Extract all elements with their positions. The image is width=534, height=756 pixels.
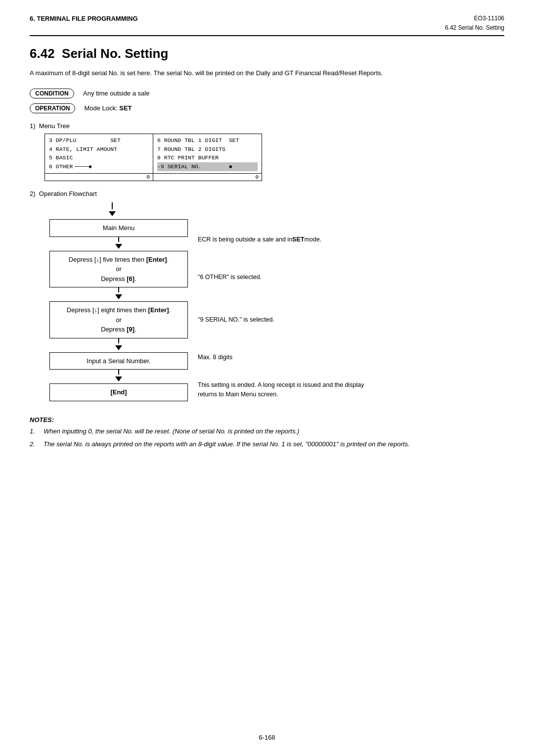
note-max-digits: Max. 8 digits (198, 346, 381, 369)
list-item: 6 ROUND TBL 1 DIGIT SET (157, 136, 258, 145)
spacer-arr1 (198, 251, 381, 261)
header-section: 6. TERMINAL FILE PROGRAMMING (30, 15, 138, 22)
flowchart-label: 2) Operation Flowchart (30, 190, 504, 197)
doc-number: EO3-11106 (474, 15, 504, 22)
notes-section: NOTES: When inputting 0, the serial No. … (30, 416, 504, 449)
menu-tree-table: 3 DP/PLU SET 4 RATE, LIMIT AMOUNT 5 BASI… (44, 134, 504, 181)
down-five-box: Depress [↓] five times then [Enter]. or … (49, 251, 188, 288)
flowchart-left: Main Menu Depress [↓] five times then [E… (40, 202, 198, 401)
list-item: When inputting 0, the serial No. will be… (30, 426, 504, 436)
note-6-other: "6 OTHER" is selected. (198, 261, 381, 293)
spacer-arr3 (198, 336, 381, 346)
note-9-serial: "9 SERIAL NO." is selected. (198, 303, 381, 336)
operation-row: OPERATION Mode Lock: SET (30, 103, 504, 113)
notes-title: NOTES: (30, 416, 504, 424)
spacer-arr4 (198, 369, 381, 378)
list-item: The serial No. is always printed on the … (30, 439, 504, 449)
page-footer: 6-168 (0, 734, 534, 741)
note-end: This setting is ended. A long receipt is… (198, 378, 381, 401)
flow-arrow-3 (115, 345, 122, 350)
sub-section-label: 6.42 Serial No. Setting (445, 24, 504, 31)
operation-text: Mode Lock: SET (84, 104, 132, 112)
operation-bold: SET (119, 104, 132, 112)
menu-tree-left: 3 DP/PLU SET 4 RATE, LIMIT AMOUNT 5 BASI… (44, 134, 153, 174)
flowchart-section: 2) Operation Flowchart Main Menu (30, 190, 504, 401)
flow-arrow-1 (115, 244, 122, 249)
list-item: 7 ROUND TBL 2 DIGITS (157, 145, 258, 154)
list-item: 5 BASIC (49, 153, 149, 162)
note-set-mode: ECR is being outside a sale and in SET m… (198, 228, 381, 251)
page-number: 6-168 (259, 734, 275, 741)
flowchart-right-annotations: ECR is being outside a sale and in SET m… (198, 202, 381, 401)
menu-tree-right: 6 ROUND TBL 1 DIGIT SET 7 ROUND TBL 2 DI… (153, 134, 262, 174)
left-zero: 0 (44, 174, 153, 181)
down-eight-box: Depress [↓] eight times then [Enter]. or… (49, 301, 188, 338)
right-zero: 0 (153, 174, 262, 181)
spacer-0 (198, 202, 381, 228)
flow-arrow-4 (115, 377, 122, 381)
spacer-arr2 (198, 293, 381, 303)
menu-tree-label: 1) Menu Tree (30, 122, 504, 130)
page-title: 6.42 Serial No. Setting (30, 46, 504, 61)
notes-list: When inputting 0, the serial No. will be… (30, 426, 504, 449)
flow-arrow-2 (115, 294, 122, 299)
list-item: -9 SERIAL NO. ◆ (157, 162, 258, 171)
list-item: 6 OTHER ────◆ (49, 162, 149, 171)
entry-arrow (109, 211, 116, 216)
operation-badge: OPERATION (30, 103, 75, 113)
flowchart-container: Main Menu Depress [↓] five times then [E… (40, 202, 504, 401)
list-item: 4 RATE, LIMIT AMOUNT (49, 145, 149, 154)
input-serial-box: Input a Serial Number. (49, 352, 188, 370)
condition-text: Any time outside a sale (83, 90, 149, 97)
header-divider (30, 35, 504, 36)
intro-text: A maximum of 8-digit serial No. is set h… (30, 68, 504, 79)
main-menu-box: Main Menu (49, 219, 188, 237)
condition-badge: CONDITION (30, 89, 74, 98)
end-box: [End] (49, 383, 188, 401)
list-item: 8 RTC PRINT BUFFER (157, 153, 258, 162)
condition-row: CONDITION Any time outside a sale (30, 89, 504, 98)
list-item: 3 DP/PLU SET (49, 136, 149, 145)
menu-tree-section: 1) Menu Tree 3 DP/PLU SET 4 RATE, LIMIT … (30, 122, 504, 181)
